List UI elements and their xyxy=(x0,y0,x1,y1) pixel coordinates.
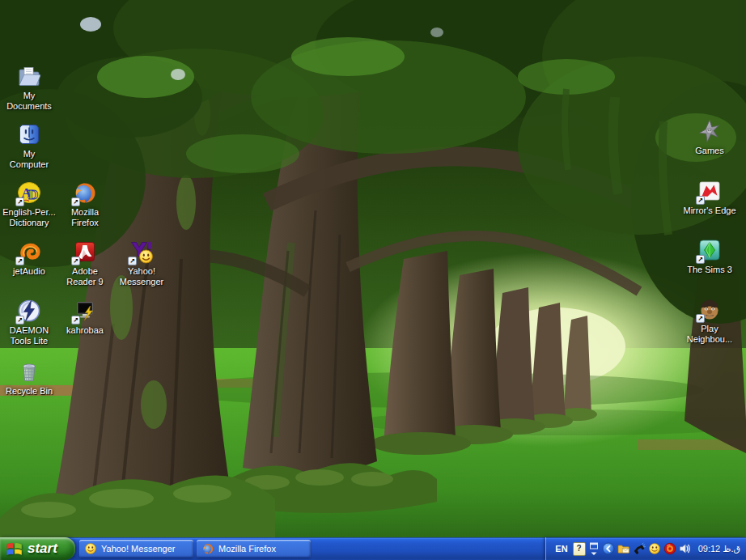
icon-label: Mozilla Firefox xyxy=(71,207,99,228)
yahoo-messenger-icon: ↗ xyxy=(129,239,155,265)
icon-label: Play Neighbou... xyxy=(687,324,732,345)
folder-mail-tray-icon[interactable] xyxy=(617,542,630,555)
desktop-icon-the-sims-3[interactable]: ↗ The Sims 3 xyxy=(677,237,742,275)
icon-label: English-Per... Dictionary xyxy=(2,207,55,228)
shortcut-arrow-icon: ↗ xyxy=(15,316,24,325)
taskbar-button-label: Mozilla Firefox xyxy=(218,544,276,554)
my-documents-folder-icon xyxy=(16,63,42,89)
desktop-icon-kahrobaa[interactable]: ↗ kahrobaa xyxy=(53,298,117,336)
recycle-bin-icon xyxy=(16,358,42,384)
desktop-icon-play-neighbours[interactable]: ↗ Play Neighbou... xyxy=(677,296,742,345)
language-bar-options-icon[interactable] xyxy=(588,541,600,556)
shortcut-arrow-icon: ↗ xyxy=(15,197,24,206)
desktop-icon-mozilla-firefox[interactable]: ↗ Mozilla Firefox xyxy=(53,180,117,228)
daemon-tools-icon: ↗ xyxy=(16,298,42,324)
firefox-icon xyxy=(201,542,214,555)
volume-tray-icon[interactable] xyxy=(679,542,692,555)
icon-label: Yahoo! Messenger xyxy=(120,266,163,287)
yahoo-messenger-tray-icon[interactable] xyxy=(648,542,661,555)
icon-label: My Documents xyxy=(6,91,52,112)
sims3-icon: ↗ xyxy=(697,237,723,263)
clock[interactable]: 09:12 ق.ظ xyxy=(698,544,740,554)
taskbar: start Yahoo! Messenger Mozilla Firefox E… xyxy=(0,537,746,560)
dictionary-icon: AD ↗ xyxy=(16,180,42,206)
icon-label: The Sims 3 xyxy=(687,265,732,275)
desktop-icon-mirrors-edge[interactable]: ↗ Mirror's Edge xyxy=(677,178,742,216)
taskbar-button-label: Yahoo! Messenger xyxy=(101,544,176,554)
phone-dialer-tray-icon[interactable] xyxy=(633,542,646,555)
desktop-icon-games[interactable]: Games xyxy=(677,118,742,156)
mirrors-edge-icon: ↗ xyxy=(697,178,723,204)
shortcut-arrow-icon: ↗ xyxy=(696,255,705,264)
desktop-icon-my-computer[interactable]: My Computer xyxy=(0,121,61,170)
firefox-icon: ↗ xyxy=(72,180,98,206)
icon-label: Games xyxy=(695,146,723,156)
desktop-icon-recycle-bin[interactable]: Recycle Bin xyxy=(0,358,61,397)
shortcut-arrow-icon: ↗ xyxy=(15,257,24,265)
language-help-icon[interactable]: ? xyxy=(573,542,586,556)
shortcut-arrow-icon: ↗ xyxy=(128,257,137,265)
icon-label: My Computer xyxy=(10,149,49,170)
start-label: start xyxy=(28,541,59,557)
windows-logo-icon xyxy=(6,541,23,557)
kahrobaa-icon: ↗ xyxy=(72,298,98,324)
shortcut-arrow-icon: ↗ xyxy=(71,316,80,325)
desktop-icon-my-documents[interactable]: My Documents xyxy=(0,63,61,112)
icon-label: Adobe Reader 9 xyxy=(66,266,103,287)
shortcut-arrow-icon: ↗ xyxy=(696,314,705,323)
neighbours-icon: ↗ xyxy=(697,296,723,322)
jetaudio-icon: ↗ xyxy=(16,239,42,265)
desktop: My Documents My Computer AD ↗ English-Pe… xyxy=(0,0,746,560)
my-computer-icon xyxy=(16,121,42,147)
svg-text:D: D xyxy=(28,187,38,202)
icon-label: kahrobaa xyxy=(66,325,104,336)
taskbar-button-yahoo-messenger[interactable]: Yahoo! Messenger xyxy=(79,540,193,558)
taskbar-button-mozilla-firefox[interactable]: Mozilla Firefox xyxy=(197,540,311,558)
icon-label: DAEMON Tools Lite xyxy=(10,325,49,346)
yahoo-smiley-icon xyxy=(84,542,97,555)
language-indicator[interactable]: EN xyxy=(553,543,570,554)
start-button[interactable]: start xyxy=(0,537,75,560)
icon-label: Recycle Bin xyxy=(6,386,53,397)
shortcut-arrow-icon: ↗ xyxy=(696,196,705,205)
red-target-tray-icon[interactable] xyxy=(663,542,676,555)
icon-label: Mirror's Edge xyxy=(683,206,735,216)
icon-label: jetAudio xyxy=(13,266,45,277)
desktop-icon-adobe-reader-9[interactable]: ↗ Adobe Reader 9 xyxy=(53,239,117,287)
system-tray: EN ? 09:12 ق.ظ xyxy=(545,537,746,560)
desktop-icon-yahoo-messenger[interactable]: ↗ Yahoo! Messenger xyxy=(109,239,174,287)
hide-icons-chevron[interactable] xyxy=(602,542,615,555)
shortcut-arrow-icon: ↗ xyxy=(71,257,80,265)
shortcut-arrow-icon: ↗ xyxy=(71,197,80,206)
games-icon xyxy=(697,118,723,144)
adobe-reader-icon: ↗ xyxy=(72,239,98,265)
